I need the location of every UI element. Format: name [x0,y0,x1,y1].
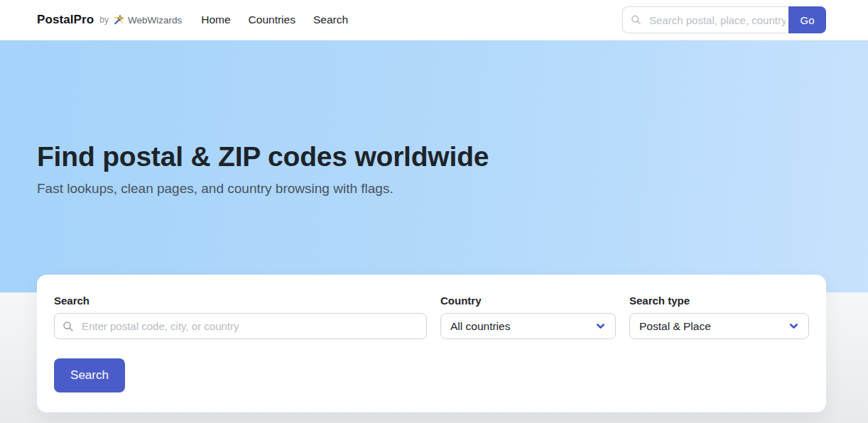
hero-title: Find postal & ZIP codes worldwide [37,141,831,172]
nav-link-search[interactable]: Search [313,13,348,26]
brand-name: PostalPro [37,13,94,27]
navbar-search-input[interactable] [622,6,788,33]
country-select[interactable]: All countries [440,313,616,339]
navbar: PostalPro by WebWizards Home Countries S… [0,0,868,40]
search-card: Search Country All countries [37,275,826,412]
search-type-selected-value: Postal & Place [639,320,711,333]
search-icon [63,321,74,332]
main-nav: Home Countries Search [201,13,348,26]
navbar-search-group: Go [622,6,826,33]
brand-byline-prefix: by [99,15,109,25]
search-field-label: Search [54,295,427,307]
chevron-down-icon [595,320,607,332]
nav-link-home[interactable]: Home [201,13,230,26]
brand-byline-name: WebWizards [128,15,182,26]
search-submit-button[interactable]: Search [54,358,125,392]
country-field-label: Country [440,295,616,307]
nav-link-countries[interactable]: Countries [249,13,295,26]
search-type-field-label: Search type [629,295,809,307]
hero-subtitle: Fast lookups, clean pages, and country b… [37,181,831,197]
magic-wand-icon [113,14,124,26]
card-search-input[interactable] [54,313,427,339]
search-type-select[interactable]: Postal & Place [629,313,809,339]
hero-section: Find postal & ZIP codes worldwide Fast l… [0,40,868,292]
lower-section: Search Country All countries [0,292,868,423]
navbar-go-button[interactable]: Go [788,6,826,33]
country-selected-value: All countries [450,320,510,333]
chevron-down-icon [788,320,800,332]
brand[interactable]: PostalPro by WebWizards [37,13,182,27]
search-icon [631,15,641,26]
